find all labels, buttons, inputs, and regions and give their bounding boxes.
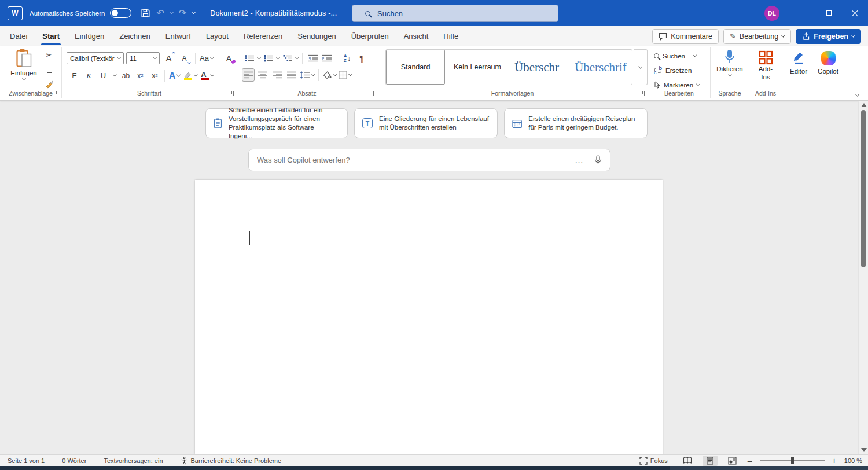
font-size-select[interactable]: 11 [126, 52, 160, 64]
copilot-card-travel[interactable]: Erstelle einen dreitägigen Reiseplan für… [504, 108, 648, 138]
copilot-card-resume[interactable]: T Eine Gliederung für einen Lebenslauf m… [354, 108, 498, 138]
font-color-button[interactable]: A [198, 69, 214, 82]
clear-formatting-button[interactable]: A [222, 52, 236, 65]
copilot-button[interactable]: Copilot [814, 51, 843, 75]
tab-entwurf[interactable]: Entwurf [158, 26, 198, 46]
style-standard[interactable]: Standard [386, 50, 445, 85]
tab-ansicht[interactable]: Ansicht [396, 26, 436, 46]
undo-chevron-icon[interactable] [170, 10, 174, 14]
text-effects-button[interactable]: A [168, 69, 181, 82]
style-ueberschrift-2[interactable]: Überschrif [570, 50, 632, 85]
editor-button[interactable]: Editor [786, 51, 811, 75]
find-button[interactable]: Suchen [648, 50, 710, 62]
line-spacing-button[interactable] [300, 68, 315, 82]
change-case-button[interactable]: Aa [200, 52, 214, 65]
more-options-icon[interactable]: … [575, 155, 584, 165]
shrink-font-button[interactable]: A [178, 52, 191, 65]
chevron-down-icon[interactable] [257, 56, 261, 60]
accessibility-status[interactable]: Barrierefreiheit: Keine Probleme [181, 457, 282, 465]
web-layout-button[interactable] [725, 456, 740, 466]
chevron-down-icon[interactable] [276, 56, 280, 60]
styles-dialog-launcher-icon[interactable] [639, 91, 645, 96]
read-mode-button[interactable] [680, 456, 695, 466]
chevron-down-icon[interactable] [295, 56, 299, 60]
tab-sendungen[interactable]: Sendungen [290, 26, 344, 46]
text-predictions[interactable]: Textvorhersagen: ein [104, 457, 163, 464]
document-page[interactable] [195, 180, 663, 454]
strikethrough-button[interactable]: ab [119, 69, 133, 82]
undo-icon[interactable]: ↶ [156, 8, 164, 19]
close-button[interactable] [842, 0, 868, 26]
tab-zeichnen[interactable]: Zeichnen [112, 26, 157, 46]
scroll-up-icon[interactable] [861, 103, 867, 107]
zoom-slider-thumb[interactable] [791, 457, 794, 464]
font-dialog-launcher-icon[interactable] [229, 91, 234, 96]
style-kein-leerraum[interactable]: Kein Leerraum [445, 50, 510, 85]
redo-icon[interactable]: ↷ [179, 8, 186, 19]
zoom-out-button[interactable]: – [748, 456, 752, 465]
comments-button[interactable]: Kommentare [652, 29, 719, 44]
tab-datei[interactable]: Datei [2, 26, 35, 46]
italic-button[interactable]: K [82, 69, 95, 82]
cut-button[interactable]: ✂ [43, 50, 56, 60]
grow-font-button[interactable]: A [162, 52, 175, 65]
share-button[interactable]: Freigeben [796, 29, 861, 44]
subscript-button[interactable]: x2 [134, 69, 147, 82]
justify-button[interactable] [285, 68, 298, 82]
underline-options-button[interactable] [111, 69, 118, 82]
scroll-down-icon[interactable] [861, 448, 867, 452]
highlight-button[interactable] [182, 69, 197, 82]
word-count[interactable]: 0 Wörter [62, 457, 86, 464]
page-count[interactable]: Seite 1 von 1 [8, 457, 45, 464]
focus-button[interactable]: Fokus [639, 457, 668, 465]
bullet-list-button[interactable] [243, 52, 256, 65]
align-center-button[interactable] [256, 68, 269, 82]
paste-button[interactable]: Einfügen [7, 49, 41, 88]
tab-ueberpruefen[interactable]: Überprüfen [344, 26, 396, 46]
select-button[interactable]: Markieren [648, 79, 710, 91]
borders-button[interactable] [339, 68, 352, 82]
tab-referenzen[interactable]: Referenzen [236, 26, 290, 46]
word-app-icon[interactable]: W [8, 6, 23, 20]
zoom-value[interactable]: 100 % [844, 457, 862, 464]
format-painter-button[interactable] [43, 79, 56, 89]
tab-hilfe[interactable]: Hilfe [436, 26, 466, 46]
vertical-scrollbar[interactable] [858, 101, 868, 454]
align-right-button[interactable] [271, 68, 284, 82]
sort-button[interactable]: AZ ↓ [341, 52, 354, 65]
print-layout-button[interactable] [703, 456, 718, 466]
decrease-indent-button[interactable] [306, 52, 319, 65]
increase-indent-button[interactable] [321, 52, 333, 65]
restore-button[interactable] [816, 0, 842, 26]
autosave-toggle[interactable] [110, 8, 131, 18]
microphone-icon[interactable] [594, 155, 602, 166]
minimize-button[interactable] [790, 0, 816, 26]
clipboard-dialog-launcher-icon[interactable] [53, 91, 58, 96]
bold-button[interactable]: F [68, 69, 81, 82]
replace-button[interactable]: bc Ersetzen [648, 64, 710, 76]
dictate-button[interactable]: Diktieren [711, 49, 749, 77]
style-ueberschrift-1[interactable]: Überschr [510, 50, 570, 85]
paragraph-dialog-launcher-icon[interactable] [369, 91, 374, 96]
multilevel-list-button[interactable] [281, 52, 294, 65]
superscript-button[interactable]: x2 [148, 69, 161, 82]
align-left-button[interactable] [242, 68, 255, 82]
styles-gallery-more-button[interactable] [634, 49, 648, 85]
avatar[interactable]: DL [764, 6, 779, 21]
qat-customize-icon[interactable] [192, 10, 196, 14]
copy-button[interactable] [43, 64, 56, 75]
tab-einfuegen[interactable]: Einfügen [67, 26, 112, 46]
tab-layout[interactable]: Layout [198, 26, 236, 46]
shading-button[interactable] [322, 68, 337, 82]
save-icon[interactable] [141, 8, 150, 18]
addins-button[interactable]: Add- Ins [749, 50, 782, 82]
editing-mode-button[interactable]: ✎ Bearbeitung [723, 29, 791, 44]
scrollbar-thumb[interactable] [861, 110, 866, 267]
collapse-ribbon-icon[interactable] [855, 93, 859, 97]
font-name-select[interactable]: Calibri (Textkör [67, 52, 124, 64]
numbered-list-button[interactable] [262, 52, 275, 65]
tab-start[interactable]: Start [35, 26, 67, 46]
copilot-input[interactable] [257, 156, 575, 164]
copilot-card-interview[interactable]: Schreibe einen Leitfaden für ein Vorstel… [205, 108, 348, 138]
zoom-slider[interactable] [760, 460, 825, 461]
